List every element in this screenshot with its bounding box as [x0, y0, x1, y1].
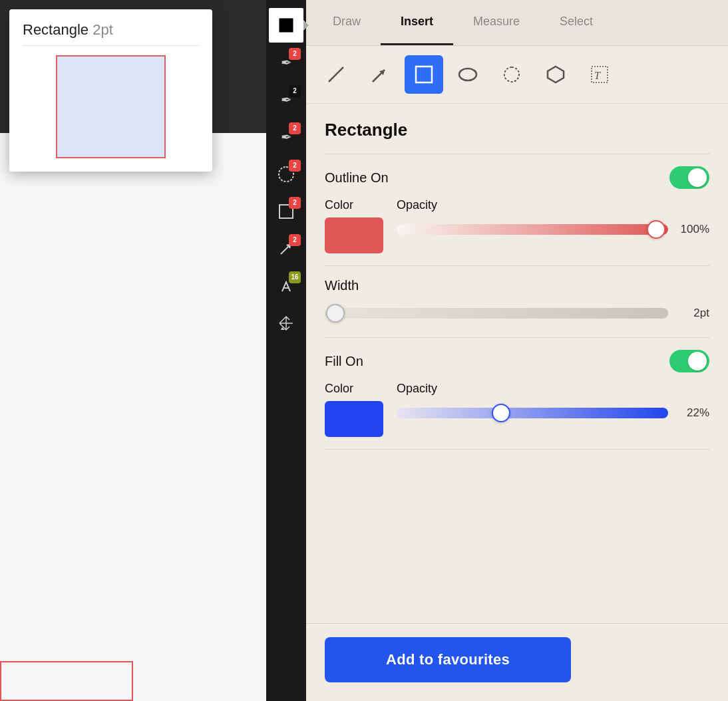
width-slider-thumb[interactable] [326, 304, 345, 323]
preview-shape-size: 2pt [92, 21, 113, 38]
shape-btn-line[interactable] [317, 55, 355, 94]
fill-color-label: Color [325, 382, 383, 396]
badge-pen3: 2 [289, 122, 301, 134]
tabs: Draw Insert Measure Select [306, 0, 728, 46]
toolbar-item-move[interactable] [269, 306, 303, 341]
tab-draw[interactable]: Draw [313, 0, 381, 45]
fill-slider-row: 22% [397, 401, 709, 425]
fill-toggle-row: Fill On [325, 350, 709, 372]
svg-rect-0 [279, 18, 293, 33]
tab-measure[interactable]: Measure [453, 0, 540, 45]
outline-opacity-section: Opacity 100% [397, 198, 709, 241]
fill-slider-thumb[interactable] [492, 404, 510, 422]
canvas-red-rect [0, 661, 133, 701]
shape-btn-ellipse[interactable] [449, 55, 487, 94]
outline-slider-thumb[interactable] [647, 220, 665, 239]
fill-opacity-value: 22% [676, 406, 709, 420]
shape-btn-arrow[interactable] [361, 55, 399, 94]
divider-2 [325, 265, 709, 266]
preview-divider [23, 45, 199, 46]
outline-color-opacity-row: Color Opacity 100% [325, 198, 709, 253]
footer: Add to favourites [306, 623, 728, 701]
fill-label: Fill On [325, 354, 363, 369]
shape-tools: T [306, 46, 728, 104]
outline-slider-row: 100% [397, 217, 709, 241]
width-slider[interactable] [325, 301, 668, 325]
badge-arrow: 2 [289, 234, 301, 246]
divider-4 [325, 449, 709, 450]
svg-point-9 [459, 69, 476, 80]
panel-title: Rectangle [325, 120, 709, 140]
outline-opacity-label: Opacity [397, 198, 709, 212]
toolbar-arrow [303, 20, 309, 31]
width-row: Width 2pt [325, 278, 709, 325]
width-value: 2pt [676, 307, 709, 320]
tab-insert[interactable]: Insert [381, 0, 453, 45]
divider-3 [325, 337, 709, 338]
width-label: Width [325, 278, 709, 293]
svg-text:T: T [594, 70, 601, 81]
panel-content: Rectangle Outline On Color Opacity [306, 104, 728, 623]
badge-rect: 2 [289, 197, 301, 209]
toolbar-item-pen2[interactable]: ✒ 2 [269, 82, 303, 117]
outline-toggle-row: Outline On [325, 166, 709, 189]
outline-label: Outline On [325, 170, 389, 186]
toolbar: ✒ 2 ✒ 2 ✒ 2 2 2 2 [266, 0, 306, 701]
shape-btn-polygon[interactable] [536, 55, 575, 94]
svg-line-5 [329, 67, 343, 82]
fill-opacity-slider[interactable] [397, 401, 668, 425]
right-panel: Draw Insert Measure Select [306, 0, 728, 701]
toolbar-item-pen1[interactable]: ✒ 2 [269, 45, 303, 80]
preview-title: Rectangle 2pt [23, 21, 199, 39]
fill-color-section: Color [325, 382, 383, 437]
fill-color-opacity-row: Color Opacity 22% [325, 382, 709, 437]
fill-toggle[interactable] [669, 350, 709, 372]
badge-pen2: 2 [289, 85, 301, 97]
add-to-favourites-button[interactable]: Add to favourites [325, 637, 571, 682]
canvas-area: Rectangle 2pt ✒ 2 ✒ 2 ✒ 2 [0, 0, 306, 701]
fill-opacity-label: Opacity [397, 382, 709, 396]
toolbar-item-arrow[interactable]: 2 [269, 231, 303, 266]
preview-shape-name: Rectangle [23, 21, 89, 38]
divider-1 [325, 154, 709, 154]
toolbar-item-pen3[interactable]: ✒ 2 [269, 120, 303, 154]
shape-btn-rectangle[interactable] [405, 55, 443, 94]
svg-marker-10 [548, 67, 564, 82]
fill-color-swatch[interactable] [325, 401, 383, 437]
badge-marker: 16 [289, 271, 301, 283]
outline-toggle[interactable] [669, 166, 709, 189]
badge-pen1: 2 [289, 48, 301, 60]
outline-opacity-slider[interactable] [397, 217, 668, 241]
toolbar-item-square[interactable] [269, 8, 303, 43]
outline-color-swatch[interactable] [325, 217, 383, 253]
svg-rect-8 [416, 67, 432, 82]
outline-color-label: Color [325, 198, 383, 212]
shape-btn-text[interactable]: T [580, 55, 619, 94]
width-slider-row: 2pt [325, 301, 709, 325]
badge-blob: 2 [289, 160, 301, 172]
outline-color-section: Color [325, 198, 383, 253]
fill-opacity-section: Opacity 22% [397, 382, 709, 425]
toolbar-item-marker[interactable]: 16 [269, 269, 303, 303]
shape-btn-blob[interactable] [492, 55, 531, 94]
outline-opacity-value: 100% [676, 223, 709, 236]
preview-card: Rectangle 2pt [9, 9, 212, 172]
outline-slider-track [397, 224, 668, 235]
width-slider-track [325, 308, 668, 319]
toolbar-item-blob[interactable]: 2 [269, 157, 303, 192]
toolbar-item-rect[interactable]: 2 [269, 194, 303, 229]
canvas-background [0, 133, 266, 701]
preview-shape-rect [56, 55, 166, 158]
fill-slider-track [397, 408, 668, 418]
tab-select[interactable]: Select [540, 0, 613, 45]
